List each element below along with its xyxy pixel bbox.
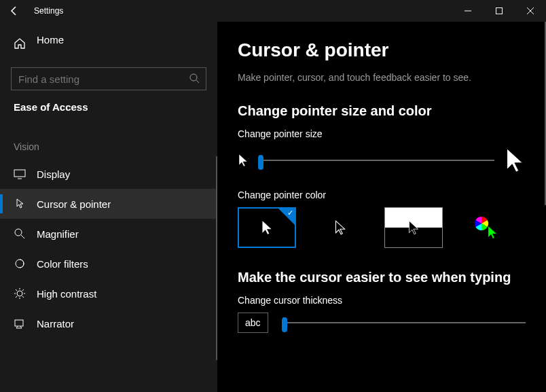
cursor-thickness-slider[interactable] xyxy=(282,322,526,323)
sidebar-item-display[interactable]: Display xyxy=(0,159,217,189)
sidebar-item-magnifier[interactable]: Magnifier xyxy=(0,219,217,249)
category-title: Ease of Access xyxy=(0,101,217,113)
page-title: Cursor & pointer xyxy=(238,39,526,61)
home-label: Home xyxy=(37,34,64,46)
svg-line-16 xyxy=(16,289,17,291)
maximize-button[interactable] xyxy=(484,0,515,22)
sidebar-item-label: High contrast xyxy=(37,288,96,300)
sidebar-item-high-contrast[interactable]: High contrast xyxy=(0,279,217,308)
color-wheel-icon xyxy=(473,215,500,240)
minimize-icon xyxy=(465,7,471,14)
small-cursor-icon xyxy=(238,153,249,168)
high-contrast-icon xyxy=(14,287,26,300)
titlebar: Settings xyxy=(0,0,546,22)
svg-point-8 xyxy=(15,229,22,236)
thickness-preview: abc xyxy=(238,313,268,333)
svg-rect-6 xyxy=(14,170,25,177)
sidebar-item-color-filters[interactable]: Color filters xyxy=(0,249,217,279)
inverted-cursor-icon xyxy=(407,219,420,236)
sidebar-item-label: Magnifier xyxy=(37,228,79,240)
color-filters-icon xyxy=(14,257,26,270)
close-button[interactable] xyxy=(515,0,546,22)
pointer-size-row xyxy=(238,146,526,175)
group-title: Vision xyxy=(0,141,217,152)
color-option-black[interactable] xyxy=(311,207,369,248)
sidebar-home[interactable]: Home xyxy=(0,26,217,60)
pointer-size-slider[interactable] xyxy=(258,160,494,161)
narrator-icon xyxy=(14,317,26,329)
cursor-thickness-row: abc xyxy=(238,313,526,333)
section-size-color-title: Change pointer size and color xyxy=(238,103,526,119)
cursor-pointer-icon xyxy=(14,198,26,210)
color-option-white[interactable] xyxy=(238,207,296,248)
white-cursor-icon xyxy=(261,219,273,236)
cursor-thickness-label: Change cursor thickness xyxy=(238,295,526,306)
search-icon xyxy=(189,73,200,84)
page-description: Make pointer, cursor, and touch feedback… xyxy=(238,72,526,83)
svg-line-19 xyxy=(22,289,24,291)
large-cursor-icon xyxy=(504,146,526,175)
pointer-color-label: Change pointer color xyxy=(238,190,526,200)
sidebar-item-label: Display xyxy=(37,168,70,180)
pointer-color-row xyxy=(238,207,526,248)
sidebar-item-label: Color filters xyxy=(37,258,88,270)
pointer-size-label: Change pointer size xyxy=(238,128,526,139)
svg-line-9 xyxy=(21,235,24,238)
black-cursor-icon xyxy=(334,219,346,236)
sidebar-item-cursor-pointer[interactable]: Cursor & pointer xyxy=(0,189,217,219)
search-wrap xyxy=(11,67,206,90)
content-pane: Cursor & pointer Make pointer, cursor, a… xyxy=(217,22,546,392)
svg-line-5 xyxy=(196,80,199,83)
search-input[interactable] xyxy=(11,67,206,90)
section-cursor-typing-title: Make the cursor easier to see when typin… xyxy=(238,270,526,285)
sidebar-item-label: Cursor & pointer xyxy=(37,198,111,210)
svg-rect-20 xyxy=(15,320,23,326)
sidebar-item-narrator[interactable]: Narrator xyxy=(0,308,217,338)
arrow-left-icon xyxy=(9,5,20,16)
minimize-button[interactable] xyxy=(452,0,484,22)
back-button[interactable] xyxy=(0,0,29,22)
window-controls xyxy=(452,0,546,22)
close-icon xyxy=(527,7,534,14)
display-icon xyxy=(14,168,26,180)
home-icon xyxy=(14,37,26,50)
svg-point-11 xyxy=(17,291,22,296)
sidebar-item-label: Narrator xyxy=(37,318,74,329)
svg-line-17 xyxy=(22,296,24,298)
svg-point-4 xyxy=(190,74,197,81)
svg-line-18 xyxy=(16,296,17,298)
maximize-icon xyxy=(496,7,503,14)
magnifier-icon xyxy=(14,228,26,240)
svg-rect-1 xyxy=(496,8,503,14)
color-option-inverted[interactable] xyxy=(384,207,443,248)
color-option-custom[interactable] xyxy=(458,207,516,248)
sidebar: Home Ease of Access Vision Display Curso… xyxy=(0,22,217,392)
app-title: Settings xyxy=(34,6,63,16)
